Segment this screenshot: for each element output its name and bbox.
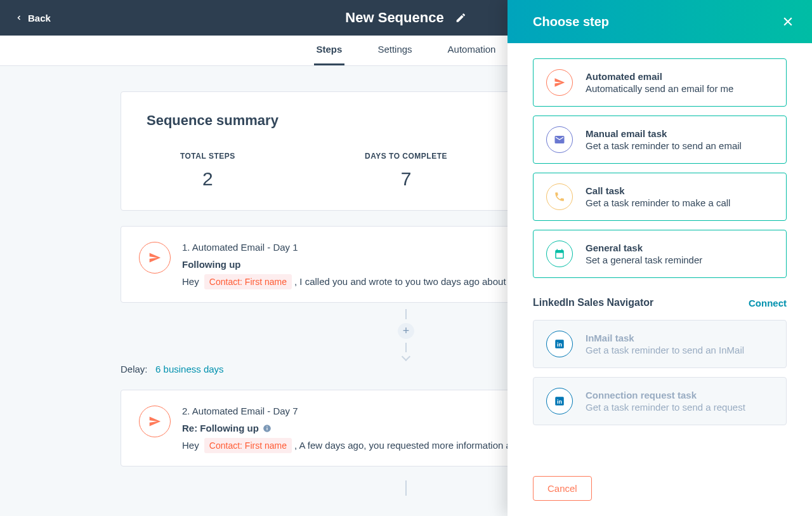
option-title: General task	[586, 242, 702, 253]
back-label: Back	[28, 13, 51, 23]
send-icon	[546, 69, 573, 96]
delay-value-link[interactable]: 6 business days	[155, 364, 224, 374]
cancel-button[interactable]: Cancel	[533, 476, 592, 501]
option-title: InMail task	[586, 333, 744, 343]
svg-text:in: in	[557, 341, 562, 348]
merge-token: Contact: First name	[204, 274, 292, 289]
option-call-task[interactable]: Call task Get a task reminder to make a …	[533, 173, 787, 221]
panel-header: Choose step	[508, 0, 812, 43]
add-step-button[interactable]: +	[398, 323, 414, 339]
step-2-heading: 2. Automated Email - Day 7	[182, 406, 530, 416]
step-2-body: Hey Contact: First name, A few days ago,…	[182, 440, 530, 451]
info-icon[interactable]	[263, 424, 272, 433]
option-automated-email[interactable]: Automated email Automatically send an em…	[533, 58, 787, 107]
linkedin-section-title: LinkedIn Sales Navigator	[533, 297, 653, 308]
stat-days-label: DAYS TO COMPLETE	[345, 152, 468, 161]
linkedin-connect-link[interactable]: Connect	[749, 298, 787, 308]
panel-title: Choose step	[533, 15, 609, 29]
delay-label: Delay:	[121, 364, 148, 374]
title-wrap: New Sequence	[345, 10, 466, 26]
send-icon	[139, 242, 171, 274]
chevron-left-icon	[15, 14, 23, 22]
linkedin-icon: in	[546, 331, 573, 357]
close-panel-button[interactable]	[782, 15, 794, 28]
tab-settings[interactable]: Settings	[375, 35, 414, 65]
tab-automation[interactable]: Automation	[445, 35, 499, 65]
send-icon	[139, 406, 171, 437]
option-title: Call task	[586, 185, 730, 196]
stat-total-steps-value: 2	[147, 168, 269, 190]
option-desc: Get a task reminder to make a call	[586, 197, 730, 208]
option-title: Manual email task	[586, 128, 742, 139]
panel-body: Automated email Automatically send an em…	[508, 43, 812, 463]
option-desc: Get a task reminder to send a request	[586, 402, 745, 413]
phone-icon	[546, 183, 573, 210]
step-1-subject: Following up	[182, 259, 532, 270]
option-desc: Get a task reminder to send an InMail	[586, 345, 744, 355]
option-desc: Automatically send an email for me	[586, 83, 733, 94]
option-connection-request-task: in Connection request task Get a task re…	[533, 377, 787, 425]
calendar-icon	[546, 241, 573, 267]
option-title: Connection request task	[586, 390, 745, 400]
choose-step-panel: Choose step Automated email Automaticall…	[508, 0, 812, 516]
mail-icon	[546, 126, 573, 153]
option-manual-email[interactable]: Manual email task Get a task reminder to…	[533, 116, 787, 164]
tab-steps[interactable]: Steps	[314, 35, 345, 65]
svg-text:in: in	[557, 399, 562, 405]
option-desc: Get a task reminder to send an email	[586, 140, 742, 151]
back-button[interactable]: Back	[15, 13, 51, 23]
option-general-task[interactable]: General task Set a general task reminder	[533, 230, 787, 278]
linkedin-icon: in	[546, 388, 573, 414]
arrow-down-icon	[402, 352, 410, 361]
page-title: New Sequence	[345, 10, 443, 26]
connector-line	[405, 343, 407, 353]
step-1-heading: 1. Automated Email - Day 1	[182, 242, 532, 253]
edit-title-icon[interactable]	[455, 12, 467, 23]
stat-total-steps-label: TOTAL STEPS	[147, 152, 269, 161]
step-1-body: Hey Contact: First name, I called you an…	[182, 276, 532, 287]
option-desc: Set a general task reminder	[586, 255, 702, 265]
svg-rect-2	[266, 426, 267, 427]
svg-rect-1	[266, 427, 267, 430]
connector-line	[405, 480, 407, 496]
linkedin-section-header: LinkedIn Sales Navigator Connect	[533, 297, 787, 308]
stat-days-value: 7	[345, 168, 468, 190]
option-title: Automated email	[586, 71, 733, 82]
panel-footer: Cancel	[508, 463, 812, 516]
merge-token: Contact: First name	[204, 438, 292, 453]
step-2-subject: Re: Following up	[182, 423, 530, 433]
option-inmail-task: in InMail task Get a task reminder to se…	[533, 320, 787, 368]
connector-line	[405, 309, 407, 319]
